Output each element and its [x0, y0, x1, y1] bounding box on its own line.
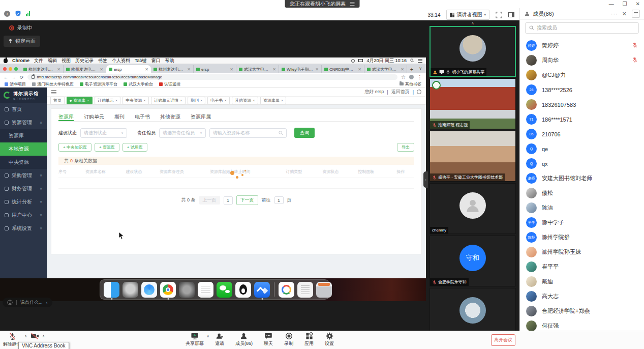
- goto-page-input[interactable]: 1: [274, 196, 284, 204]
- member-row[interactable]: 71 186****1571: [520, 112, 644, 127]
- breadcrumb-tab[interactable]: 订购单元详情 ×: [151, 97, 186, 104]
- banner-menu-icon[interactable]: [350, 2, 354, 6]
- finder-icon[interactable]: [104, 282, 119, 298]
- resource-tab[interactable]: 资源库: [58, 113, 74, 121]
- record-button[interactable]: 录制: [284, 332, 293, 347]
- launchpad-icon[interactable]: [122, 282, 138, 298]
- spotlight-search-icon[interactable]: [410, 59, 414, 63]
- resource-tab[interactable]: 期刊: [114, 113, 125, 121]
- mac-app-menu[interactable]: Chrome: [12, 58, 29, 63]
- safari-icon[interactable]: [141, 282, 157, 298]
- close-button[interactable]: ✕: [636, 1, 640, 7]
- bookmark-item[interactable]: 认证监控: [159, 81, 180, 87]
- sidebar-submenu-item[interactable]: 中央资源: [0, 156, 47, 169]
- member-row[interactable]: 学子 滁中学子: [520, 215, 644, 230]
- resource-tab[interactable]: 资源库属: [191, 113, 211, 121]
- librarian-select[interactable]: 请选择责任馆员∨: [159, 128, 206, 138]
- bookmark-star-icon[interactable]: ☆: [401, 74, 406, 80]
- member-row[interactable]: 戴迪: [520, 274, 644, 289]
- page-number[interactable]: 1: [224, 196, 233, 205]
- apps-button[interactable]: 应用: [304, 332, 314, 347]
- mac-menu-item[interactable]: 历史记录: [75, 57, 94, 64]
- prev-page-button[interactable]: 上一页: [199, 196, 220, 205]
- resource-tab[interactable]: 电子书: [135, 113, 150, 121]
- control-center-icon[interactable]: [418, 59, 422, 63]
- share-screen-button[interactable]: ∧ 共享屏幕: [186, 332, 204, 347]
- close-icon[interactable]: ×: [180, 98, 182, 103]
- status-select[interactable]: 请选择状态∨: [80, 128, 127, 138]
- resource-tab[interactable]: 其他资源: [160, 113, 180, 121]
- breadcrumb-tab[interactable]: 资源库属 ×: [260, 97, 287, 104]
- add-resource-button[interactable]: + 试用库: [122, 143, 147, 152]
- breadcrumb-tab[interactable]: 订购单元 ×: [95, 97, 121, 104]
- sidebar-nav-item[interactable]: 资源管理 ∧: [0, 116, 47, 129]
- tab-close-icon[interactable]: ✕: [272, 67, 276, 72]
- next-page-button[interactable]: 下一页: [236, 195, 258, 205]
- browser-tab[interactable]: Wiley电子期刊和电子书 ✕: [279, 65, 322, 73]
- browser-tab[interactable]: 杭州麦达电子有限公司 ✕: [64, 65, 106, 73]
- breadcrumb-tab[interactable]: 中央资源 ×: [122, 97, 149, 104]
- tab-close-icon[interactable]: ✕: [315, 67, 319, 72]
- search-button[interactable]: 查询: [294, 128, 315, 138]
- member-row[interactable]: 老师 安建大图书馆刘老师: [520, 171, 644, 186]
- minimize-button[interactable]: —: [609, 1, 614, 7]
- tab-close-icon[interactable]: ✕: [401, 67, 404, 72]
- member-row[interactable]: 26 138****2526: [520, 82, 644, 97]
- close-icon[interactable]: ×: [115, 98, 118, 103]
- member-row[interactable]: Q qe: [520, 141, 644, 156]
- mac-menu-item[interactable]: 书签: [98, 57, 107, 64]
- bookmark-item[interactable]: 电子资源演示平台: [80, 81, 117, 87]
- video-thumbnail[interactable]: 守和 合肥学院朱守和 ∨: [430, 236, 516, 286]
- breadcrumb-tab[interactable]: 期刊 ×: [188, 97, 206, 104]
- apple-menu-icon[interactable]: [4, 59, 8, 63]
- logout-power-icon[interactable]: [417, 90, 421, 94]
- add-resource-button[interactable]: + 资源库: [95, 143, 119, 152]
- browser-tab[interactable]: 杭州麦达电子有限公司 ✕: [151, 65, 194, 73]
- meeting-info-icon[interactable]: i: [4, 11, 10, 17]
- mac-menu-item[interactable]: 视图: [62, 57, 71, 64]
- sidebar-nav-item[interactable]: 采购管理 ∨: [0, 169, 47, 182]
- mac-menu-item[interactable]: 个人资料: [112, 57, 130, 64]
- video-thumbnail[interactable]: 胡小飞的屏幕共享 ∨: [430, 26, 516, 77]
- collapse-thumbnails-icon[interactable]: ∧: [430, 21, 516, 26]
- trash-icon[interactable]: [316, 282, 332, 298]
- browser-tab[interactable]: CNRDS(中国研究数据) ✕: [322, 65, 364, 73]
- member-row[interactable]: 高大志: [520, 289, 644, 304]
- close-icon[interactable]: ×: [87, 98, 89, 103]
- member-row[interactable]: 18326107583: [520, 97, 644, 112]
- tab-close-icon[interactable]: ✕: [145, 67, 148, 72]
- close-icon[interactable]: ×: [253, 98, 255, 103]
- tab-search-caret-icon[interactable]: ∨: [419, 64, 422, 73]
- view-mode-button[interactable]: 演讲者视图 ▾: [446, 10, 489, 20]
- browser-tab[interactable]: ersp ✕: [194, 65, 236, 73]
- browser-tab[interactable]: 武汉大学电子资源导航 ✕: [236, 65, 279, 73]
- mac-menu-item[interactable]: 窗口: [151, 57, 161, 64]
- profile-avatar[interactable]: [409, 75, 414, 79]
- qq-icon[interactable]: [235, 282, 251, 298]
- sidebar-nav-item[interactable]: 首页: [0, 103, 47, 116]
- browser-tab[interactable]: ersp ✕: [106, 65, 151, 73]
- bookmark-item[interactable]: 澳门科技大学特色库: [32, 81, 74, 87]
- video-thumbnail[interactable]: 陆春华 ∨: [430, 288, 516, 331]
- cloud-drive-icon[interactable]: [279, 282, 294, 298]
- member-row[interactable]: 院舒 滁州学院舒: [520, 230, 644, 245]
- member-row[interactable]: 合肥经济学院+郑燕: [520, 304, 644, 318]
- tab-close-icon[interactable]: ✕: [57, 67, 60, 72]
- textedit-icon[interactable]: [297, 282, 313, 298]
- member-list[interactable]: 婷婷 黄婷婷 周向华 @CJ@力: [520, 38, 644, 331]
- tab-close-icon[interactable]: ✕: [358, 67, 361, 72]
- mac-menu-item[interactable]: 编辑: [48, 57, 57, 64]
- back-button[interactable]: ←: [4, 75, 8, 80]
- tab-close-icon[interactable]: ✕: [100, 67, 103, 72]
- panel-menu-button[interactable]: [632, 10, 640, 18]
- voov-meeting-icon[interactable]: [254, 282, 270, 298]
- member-row[interactable]: @CJ@力: [520, 68, 644, 82]
- invite-button[interactable]: 邀请: [215, 332, 224, 347]
- member-row[interactable]: Q qx: [520, 156, 644, 171]
- emoji-icon[interactable]: [7, 300, 13, 305]
- breadcrumb-tab[interactable]: 其他资源 ×: [232, 97, 258, 104]
- reload-button[interactable]: ⟳: [20, 75, 24, 80]
- video-thumbnail[interactable]: 淮南师范 程志强 ∨: [430, 78, 516, 129]
- member-row[interactable]: 陈洁: [520, 200, 644, 215]
- security-shield-icon[interactable]: [15, 10, 21, 17]
